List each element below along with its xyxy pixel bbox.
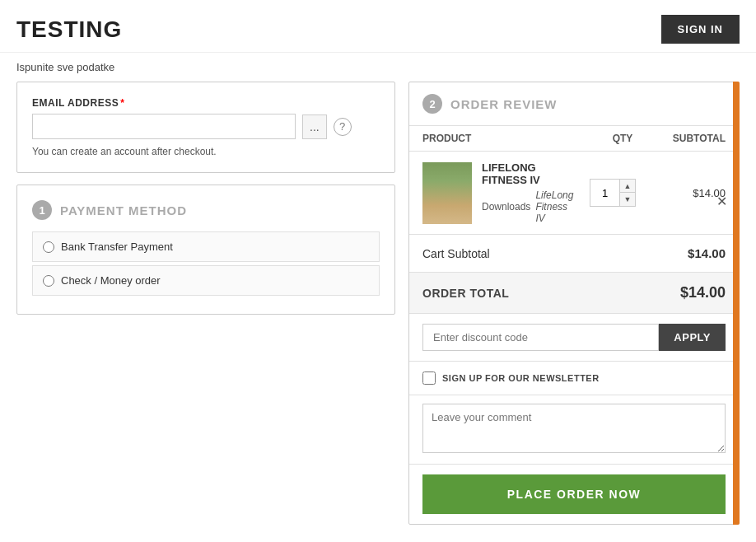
qty-arrows: ▲ ▼ [620, 180, 635, 206]
download-value: LifeLong Fitness IV [535, 189, 574, 224]
order-review-header: 2 ORDER REVIEW [409, 82, 739, 126]
email-row: ... ? [32, 114, 380, 139]
email-dots-button[interactable]: ... [302, 114, 327, 139]
comment-textarea[interactable] [422, 404, 726, 453]
col-qty-header: QTY [594, 133, 651, 144]
qty-up-button[interactable]: ▲ [620, 180, 635, 193]
right-panel-wrapper: 2 ORDER REVIEW PRODUCT QTY SUBTOTAL LIFE… [408, 82, 740, 525]
subtotal-cell: $14.00 ✕ [651, 187, 726, 199]
product-info: LIFELONG FITNESS IV Downloads LifeLong F… [482, 161, 574, 224]
qty-cell: ▲ ▼ [584, 179, 642, 207]
payment-bank-label: Bank Transfer Payment [61, 241, 173, 253]
payment-option-check[interactable]: Check / Money order [32, 265, 380, 296]
right-panel: 2 ORDER REVIEW PRODUCT QTY SUBTOTAL LIFE… [408, 82, 740, 525]
product-image-inner [422, 162, 472, 224]
product-image [422, 162, 472, 224]
col-product-header: PRODUCT [422, 133, 594, 144]
order-total-row: ORDER TOTAL $14.00 [409, 273, 739, 314]
order-total-label: ORDER TOTAL [422, 287, 509, 300]
payment-check-label: Check / Money order [61, 274, 161, 287]
column-headers: PRODUCT QTY SUBTOTAL [409, 126, 739, 152]
payment-section-number: 1 [32, 200, 52, 220]
newsletter-label: SIGN UP FOR OUR NEWSLETTER [442, 373, 600, 383]
remove-button[interactable]: ✕ [716, 194, 727, 209]
sign-in-button[interactable]: SIGN IN [661, 15, 740, 44]
payment-options: Bank Transfer Payment Check / Money orde… [32, 231, 380, 299]
sub-header-text: Ispunite sve podatke [16, 61, 114, 73]
email-label: EMAIL ADDRESS* [32, 97, 380, 109]
cart-subtotal-amount: $14.00 [688, 246, 726, 260]
order-review-title: ORDER REVIEW [450, 97, 558, 111]
account-note: You can create an account after checkout… [32, 146, 380, 157]
main-layout: EMAIL ADDRESS* ... ? You can create an a… [0, 82, 756, 541]
payment-section: 1 PAYMENT METHOD Bank Transfer Payment C… [16, 185, 395, 315]
email-section: EMAIL ADDRESS* ... ? You can create an a… [16, 82, 395, 173]
payment-option-bank[interactable]: Bank Transfer Payment [32, 231, 380, 262]
comment-area-wrap [409, 395, 739, 465]
header: TESTING SIGN IN [0, 0, 756, 53]
product-name: LIFELONG FITNESS IV [482, 161, 574, 186]
email-input[interactable] [32, 114, 296, 139]
payment-radio-bank[interactable] [43, 241, 54, 253]
qty-down-button[interactable]: ▼ [620, 193, 635, 206]
sub-header: Ispunite sve podatke [0, 53, 756, 82]
payment-section-title: PAYMENT METHOD [60, 203, 187, 217]
discount-row: APPLY [409, 314, 739, 362]
payment-radio-check[interactable] [43, 275, 54, 287]
newsletter-checkbox[interactable] [422, 371, 436, 385]
newsletter-row: SIGN UP FOR OUR NEWSLETTER [409, 362, 739, 395]
page-title: TESTING [16, 16, 122, 43]
help-icon[interactable]: ? [334, 118, 352, 136]
apply-button[interactable]: APPLY [659, 324, 726, 351]
product-download-row: Downloads LifeLong Fitness IV [482, 189, 574, 224]
discount-input[interactable] [422, 324, 659, 351]
cart-subtotal-label: Cart Subtotal [422, 247, 490, 260]
order-total-amount: $14.00 [680, 284, 726, 301]
place-order-button[interactable]: PLACE ORDER NOW [422, 474, 726, 514]
download-label: Downloads [482, 201, 530, 213]
required-indicator: * [120, 97, 124, 109]
orange-strip [733, 82, 740, 525]
qty-input[interactable] [590, 180, 620, 206]
cart-subtotal-row: Cart Subtotal $14.00 [409, 235, 739, 273]
qty-spinner: ▲ ▼ [590, 179, 636, 207]
payment-section-header: 1 PAYMENT METHOD [32, 200, 380, 220]
col-subtotal-header: SUBTOTAL [651, 133, 726, 144]
product-row: LIFELONG FITNESS IV Downloads LifeLong F… [409, 152, 739, 235]
order-review-number: 2 [422, 94, 442, 114]
left-panel: EMAIL ADDRESS* ... ? You can create an a… [16, 82, 395, 525]
